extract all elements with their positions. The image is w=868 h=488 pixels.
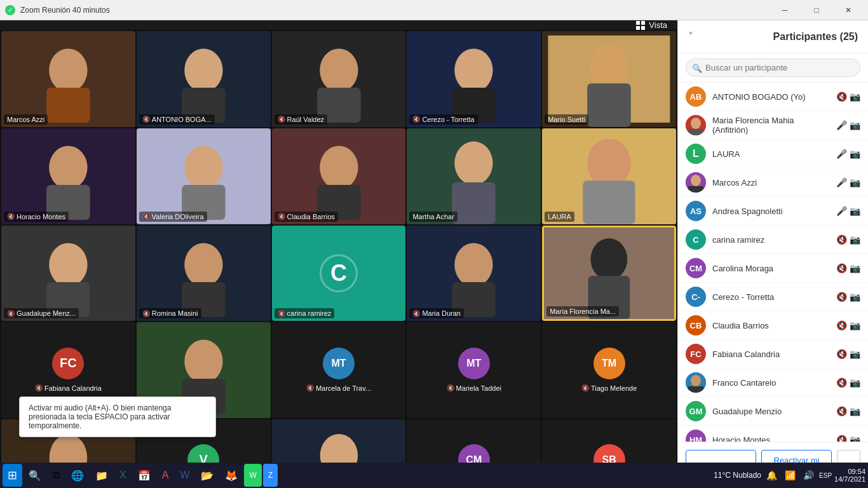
svg-rect-27	[452, 182, 496, 224]
taskbar-explorer[interactable]: 📁	[90, 464, 113, 487]
network-icon[interactable]: 📶	[782, 468, 798, 483]
clock-date: 14/7/2021	[834, 475, 865, 483]
cell-name-cerezo: 🔇Cerezo - Torretta	[409, 114, 477, 125]
grid-icon	[636, 21, 645, 30]
video-icon-carina: 📷	[850, 234, 860, 245]
svg-point-29	[587, 139, 631, 187]
video-area: Vista Marcos Azzi 🔇ANTONIO BOGA... 🔇Raúl…	[0, 20, 677, 488]
participant-item-laura: L LAURA 🎤 📷	[678, 140, 868, 168]
participant-name-laura: LAURA	[712, 149, 830, 159]
participant-avatar-cerezo: C-	[686, 287, 706, 307]
participant-name-claudia-b: Claudia Barrios	[712, 321, 830, 330]
video-cell-romina: 🔇Romina Masini	[137, 226, 271, 322]
svg-point-23	[320, 146, 358, 189]
weather-text: 11°C Nublado	[714, 471, 761, 480]
taskbar-search[interactable]: 🔍	[24, 464, 46, 487]
video-icon-fabiana: 📷	[850, 349, 860, 359]
video-cell-carina: C 🔇carina ramirez	[272, 226, 406, 322]
video-cell-martha: Martha Achar	[407, 128, 541, 224]
search-icon: 🔍	[692, 63, 702, 72]
start-button[interactable]: ⊞	[3, 464, 22, 487]
participant-avatar-andrea: AS	[686, 201, 706, 221]
taskbar-right: 11°C Nublado 🔔 📶 🔊 ESP 09:54 14/7/2021	[714, 468, 865, 483]
participant-item-marcos: Marcos Azzi 🎤 📷	[678, 168, 868, 197]
participant-avatar-antonio: AB	[686, 86, 706, 107]
volume-icon[interactable]: 🔊	[801, 468, 817, 483]
video-cell-guadalupe: 🔇Guadalupe Menz...	[1, 226, 135, 322]
participant-avatar-guadalupe: GM	[686, 401, 706, 421]
participant-item-guadalupe: GM Guadalupe Menzio 🔇 📷	[678, 397, 868, 426]
search-input[interactable]	[686, 58, 860, 77]
mic-icon-guadalupe: 🔇	[836, 406, 847, 416]
minimize-button[interactable]: ─	[770, 0, 799, 20]
taskbar-files[interactable]: 📂	[196, 464, 219, 487]
participant-avatar-fabiana: FC	[686, 344, 706, 364]
video-cell-mario: Mario Suetti	[542, 31, 676, 127]
svg-point-14	[590, 44, 628, 88]
cell-name-claudia: 🔇Claudia Barrios	[275, 212, 338, 222]
maximize-button[interactable]: □	[802, 0, 831, 20]
taskbar-calendar[interactable]: 📅	[133, 464, 156, 487]
participant-name-franco: Franco Cantarelo	[712, 378, 830, 388]
cell-name-laura: LAURA	[545, 212, 574, 222]
panel-chevron[interactable]: ˅	[688, 30, 693, 43]
cell-name-martha: Martha Achar	[409, 212, 457, 222]
tooltip-box: Activar mi audio (Alt+A). O bien manteng…	[19, 396, 216, 437]
video-icon-franco: 📷	[850, 377, 860, 388]
main-container: Vista Marcos Azzi 🔇ANTONIO BOGA... 🔇Raúl…	[0, 20, 868, 488]
participant-name-marcos: Marcos Azzi	[712, 178, 830, 187]
mic-icon-marcos: 🎤	[836, 177, 847, 187]
taskbar-excel[interactable]: X	[114, 464, 132, 487]
svg-point-26	[455, 141, 493, 185]
cell-name-maria-florencia: María Florencia Ma...	[546, 306, 619, 316]
participant-name-cerezo: Cerezo - Torretta	[712, 292, 830, 302]
taskbar-zoom[interactable]: Z	[263, 464, 278, 487]
participant-item-antonio: AB ANTONIO BOGADO (Yo) 🔇 📷	[678, 83, 868, 111]
video-cell-maria-florencia: María Florencia Ma...	[542, 226, 676, 322]
taskbar-word[interactable]: W	[175, 464, 194, 487]
participant-item-horacio: HM Horacio Montes 🔇 📷	[678, 426, 868, 442]
participant-avatar-florencia	[686, 115, 706, 135]
video-icon-antonio: 📷	[850, 92, 860, 102]
participant-avatar-carina: C	[686, 229, 706, 250]
taskbar-task-view[interactable]: ⧉	[48, 464, 65, 487]
video-icon-florencia: 📷	[850, 120, 860, 130]
taskbar-whatsapp[interactable]: W	[244, 464, 261, 487]
mic-icon-carina: 🔇	[836, 234, 847, 245]
cell-name-valeria-d: 🔇Valeria DOliveira	[139, 212, 207, 222]
video-icon-andrea: 📷	[850, 206, 860, 216]
video-icon-laura: 📷	[850, 149, 860, 159]
video-cell-cerezo: 🔇Cerezo - Torretta	[407, 31, 541, 127]
mic-icon-antonio: 🔇	[836, 92, 847, 102]
cell-name-raul: 🔇Raúl Valdez	[275, 114, 328, 125]
video-cell-maria-duran: 🔇Maria Duran	[407, 226, 541, 322]
participant-name-carolina-m: Carolina Moraga	[712, 264, 830, 273]
svg-point-17	[49, 146, 87, 189]
svg-point-59	[691, 375, 701, 386]
taskbar-firefox[interactable]: 🦊	[220, 464, 243, 487]
vista-button[interactable]: Vista	[636, 20, 667, 30]
video-cell-marcela: MT 🔇Marcela de Trav...	[272, 322, 406, 418]
video-cell-mariela: MT 🔇Mariela Taddei	[407, 322, 541, 418]
participants-panel: ˅ Participantes (25) 🔍 AB ANTONIO BOGADO…	[677, 20, 868, 488]
notification-icon[interactable]: 🔔	[764, 468, 780, 483]
video-icon-marcos: 📷	[850, 177, 860, 187]
title-bar: ✓ Zoom Reunión 40 minutos ─ □ ✕	[0, 0, 868, 20]
vista-label: Vista	[649, 20, 667, 30]
participant-avatar-horacio: HM	[686, 430, 706, 442]
participants-list: AB ANTONIO BOGADO (Yo) 🔇 📷 Maria Florenc…	[678, 83, 868, 442]
taskbar-edge[interactable]: 🌐	[66, 464, 89, 487]
video-icon-claudia-b: 📷	[850, 320, 860, 330]
mic-icon-fabiana: 🔇	[836, 349, 847, 359]
taskbar-acrobat[interactable]: A	[157, 464, 174, 487]
participant-name-guadalupe: Guadalupe Menzio	[712, 407, 830, 416]
language-label: ESP	[819, 472, 832, 479]
participant-item-florencia: Maria Florencia Mahia (Anfitrión) 🎤 📷	[678, 111, 868, 140]
svg-rect-57	[688, 186, 703, 193]
cell-name-fabiana: 🔇Fabiana Calandria	[32, 383, 105, 393]
participant-item-claudia-b: CB Claudia Barrios 🔇 📷	[678, 311, 868, 340]
svg-point-56	[691, 175, 701, 186]
close-button[interactable]: ✕	[834, 0, 863, 20]
mic-icon-laura: 🎤	[836, 149, 847, 159]
mic-icon-florencia: 🎤	[836, 120, 847, 130]
